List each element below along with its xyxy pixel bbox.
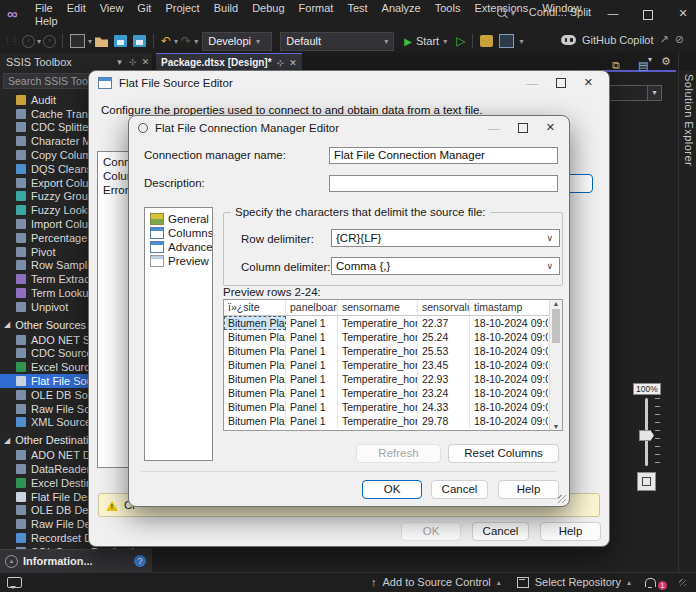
close-tab-icon[interactable]: ✕ (289, 58, 297, 68)
table-row[interactable]: Bitumen PlantPanel 1 Temperatire_hon...2… (224, 400, 562, 414)
dialog-maximize-button[interactable] (518, 123, 528, 133)
column-header[interactable]: sensorvalue (418, 300, 470, 315)
ok-button[interactable]: OK (362, 480, 422, 499)
table-row[interactable]: Bitumen Plant Panel 1Temperatire_hon... … (224, 316, 562, 330)
table-row[interactable]: Bitumen PlantPanel 1 Temperatire_hon...2… (224, 414, 562, 428)
toolbox-pin-icon[interactable]: ⊹ (126, 57, 139, 67)
solution-configuration-dropdown[interactable]: Developi▾ (202, 32, 272, 51)
percentage-sampling-icon (16, 233, 26, 243)
cancel-button[interactable]: Cancel (431, 480, 488, 499)
column-header[interactable]: ï»¿site (224, 300, 286, 315)
share-icon[interactable]: ↗ (660, 33, 669, 46)
chevron-down-icon: ∨ (546, 261, 553, 271)
zoom-to-fit-button[interactable] (637, 472, 656, 491)
column-header[interactable]: sensorname (338, 300, 418, 315)
menu-git[interactable]: Git (130, 1, 158, 15)
select-repository-button[interactable]: Select Repository (535, 576, 621, 588)
menu-project[interactable]: Project (158, 1, 206, 15)
open-folder-icon[interactable] (95, 35, 108, 47)
copilot-label[interactable]: GitHub Copilot (582, 34, 654, 46)
github-copilot-icon[interactable] (561, 35, 576, 45)
table-row[interactable]: Bitumen PlantPanel 1 Temperatire_hon...2… (224, 344, 562, 358)
scrollbar-thumb[interactable] (552, 309, 560, 343)
help-button[interactable]: Help (540, 522, 601, 541)
dialog-close-button[interactable]: ✕ (584, 76, 593, 89)
table-row[interactable]: Bitumen PlantPanel 1 Temperatire_hon...2… (224, 372, 562, 386)
package-explorer-icon[interactable]: ⧉ (612, 59, 620, 72)
page-preview[interactable]: Preview (145, 254, 212, 268)
page-columns[interactable]: Columns (145, 226, 212, 240)
reset-columns-button[interactable]: Reset Columns (448, 444, 559, 463)
help-question-icon[interactable]: ? (134, 555, 146, 567)
menu-analyze[interactable]: Analyze (375, 1, 428, 15)
help-button[interactable]: Help (498, 480, 559, 499)
undo-icon[interactable]: ↶ (161, 34, 171, 48)
scroll-up-icon[interactable]: ▲ (553, 300, 560, 307)
dialog-resize-grip[interactable] (558, 495, 566, 503)
window-resize-grip[interactable] (679, 579, 686, 586)
copilot-status-icon[interactable]: ⊘ (675, 33, 684, 46)
table-row[interactable]: Bitumen PlantPanel 1 Temperatire_hon...2… (224, 358, 562, 372)
attach-process-icon[interactable] (499, 34, 514, 48)
ado-net-source-icon (16, 335, 26, 345)
menu-edit[interactable]: Edit (60, 1, 93, 15)
menu-help[interactable]: Help (28, 15, 65, 27)
column-header[interactable]: timastamp (470, 300, 548, 315)
column-delimiter-dropdown[interactable]: Comma {,}∨ (331, 257, 560, 275)
connection-name-input[interactable]: Flat File Connection Manager (329, 147, 558, 164)
row-delimiter-dropdown[interactable]: {CR}{LF}∨ (331, 229, 560, 247)
solution-platform-dropdown[interactable]: Default▾ (280, 32, 394, 51)
dialog-maximize-button[interactable] (556, 78, 566, 88)
save-all-icon[interactable] (133, 35, 146, 47)
window-minimize-button[interactable]: — (606, 4, 620, 22)
menu-tools[interactable]: Tools (428, 1, 468, 15)
advanced-icon (150, 241, 164, 253)
menu-file[interactable]: File (28, 1, 60, 15)
variables-list-icon[interactable]: ▤ (638, 59, 648, 72)
start-debug-button[interactable]: ▶ Start ▾ (404, 35, 447, 47)
find-in-files-icon[interactable] (480, 35, 493, 47)
settings-gear-icon[interactable]: ⚙ (661, 55, 671, 68)
scroll-down-icon[interactable]: ▼ (553, 423, 560, 430)
search-icon[interactable] (497, 8, 506, 17)
column-header[interactable]: panelboard (286, 300, 338, 315)
tab-package-dtsx[interactable]: Package.dtsx [Design]* ⊹ ✕ (156, 53, 302, 71)
pin-tab-icon[interactable]: ⊹ (277, 58, 285, 68)
table-row[interactable]: Bitumen PlantPanel 1 Temperatire_hon...2… (224, 386, 562, 400)
menu-build[interactable]: Build (207, 1, 245, 15)
page-advanced[interactable]: Advanced (145, 240, 212, 254)
navigate-back-icon[interactable]: ‹ (22, 35, 35, 48)
notifications-bell-icon[interactable] (645, 578, 656, 587)
toolbox-close-icon[interactable]: ✕ (139, 57, 152, 67)
cancel-button[interactable]: Cancel (472, 522, 529, 541)
dialog-minimize-button[interactable]: — (488, 122, 500, 134)
toolbar-overflow-icon[interactable]: ▾ (519, 37, 523, 46)
selected-cell[interactable]: Bitumen Plant (224, 316, 286, 330)
table-row[interactable]: Bitumen PlantPanel 1 Temperatire_hon...2… (224, 330, 562, 344)
dialog-close-button[interactable]: ✕ (546, 121, 555, 134)
navigate-back-caret-icon[interactable]: ▾ (37, 37, 41, 46)
menu-debug[interactable]: Debug (245, 1, 291, 15)
new-project-caret-icon[interactable]: ▾ (88, 37, 92, 46)
menu-view[interactable]: View (93, 1, 131, 15)
description-input[interactable] (329, 175, 558, 192)
save-icon[interactable] (114, 35, 127, 47)
information-expander[interactable]: ▴ Information... ? (0, 549, 152, 572)
feedback-bubble-icon[interactable] (7, 577, 22, 588)
table-scrollbar[interactable]: ▲ ▼ (549, 300, 562, 430)
start-without-debugging-icon[interactable]: ▷ (456, 34, 465, 48)
toolbox-caret-icon[interactable]: ▾ (113, 57, 126, 67)
window-maximize-button[interactable] (643, 10, 653, 20)
toolbar-grip[interactable]: ⋮⋮ (3, 36, 17, 46)
tab-list-caret-icon[interactable]: ▾ (648, 55, 652, 64)
menu-test[interactable]: Test (340, 1, 374, 15)
new-project-icon[interactable] (70, 34, 85, 48)
undo-caret-icon[interactable]: ▾ (174, 37, 178, 46)
solution-explorer-side-tab[interactable]: Solution Explorer (683, 74, 695, 166)
window-close-button[interactable]: ✕ (676, 4, 690, 22)
add-to-source-control-button[interactable]: Add to Source Control (383, 576, 491, 588)
page-general[interactable]: General (145, 212, 212, 226)
search-caret-icon[interactable]: ▾ (511, 9, 515, 18)
navigate-forward-icon[interactable]: › (43, 35, 56, 48)
menu-format[interactable]: Format (292, 1, 341, 15)
